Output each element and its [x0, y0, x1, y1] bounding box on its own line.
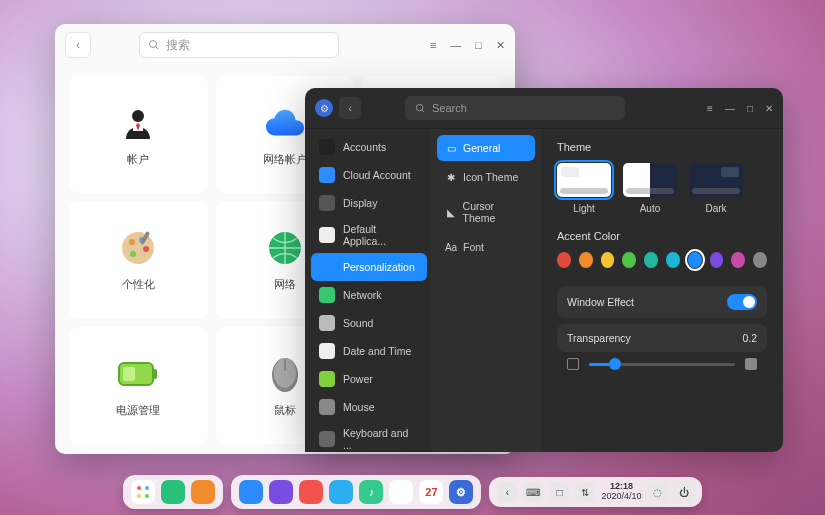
accent-swatch[interactable]: [688, 252, 702, 268]
svg-point-3: [122, 232, 154, 264]
multitask-icon[interactable]: [161, 480, 185, 504]
screenshot-tray-icon[interactable]: □: [549, 482, 569, 502]
transparent-icon: [567, 358, 579, 370]
notifications-icon[interactable]: ◌: [648, 482, 668, 502]
power-tray-icon[interactable]: ⏻: [674, 482, 694, 502]
sidebar-item-icon: [319, 287, 335, 303]
tile-label: 网络帐户: [263, 152, 307, 167]
accent-swatch[interactable]: [710, 252, 724, 268]
search-icon: [415, 103, 426, 114]
theme-options: LightAutoDark: [557, 163, 767, 214]
maximize-button[interactable]: □: [747, 103, 753, 114]
svg-point-20: [137, 494, 141, 498]
sidebar-item-label: Power: [343, 373, 373, 385]
sidebar-item-label: Accounts: [343, 141, 386, 153]
window-effect-row: Window Effect: [557, 286, 767, 318]
sidebar-item-icon: [319, 399, 335, 415]
svg-line-17: [422, 109, 424, 111]
sidebar-item-network[interactable]: Network: [311, 281, 427, 309]
music-icon[interactable]: ♪: [359, 480, 383, 504]
back-button[interactable]: ‹: [339, 97, 361, 119]
search-input[interactable]: Search: [405, 96, 625, 120]
sidebar-item-cloud-account[interactable]: Cloud Account: [311, 161, 427, 189]
clock[interactable]: 12:182020/4/10: [601, 482, 641, 502]
back-button[interactable]: ‹: [65, 32, 91, 58]
store-icon[interactable]: [299, 480, 323, 504]
theme-option-light[interactable]: Light: [557, 163, 611, 214]
sidebar-item-accounts[interactable]: Accounts: [311, 133, 427, 161]
tile-accounts[interactable]: 帐户: [69, 76, 208, 193]
sidebar-item-icon: [319, 259, 335, 275]
network-icon: [264, 227, 306, 269]
power-icon: [117, 353, 159, 395]
close-button[interactable]: ✕: [765, 103, 773, 114]
accent-swatch[interactable]: [644, 252, 658, 268]
settings-sidebar[interactable]: AccountsCloud AccountDisplayDefault Appl…: [305, 129, 431, 452]
accent-swatch[interactable]: [753, 252, 767, 268]
accent-swatch[interactable]: [601, 252, 615, 268]
subnav-item-cursor-theme[interactable]: ◣Cursor Theme: [437, 193, 535, 231]
files-icon[interactable]: [239, 480, 263, 504]
launcher-icon[interactable]: [131, 480, 155, 504]
svg-line-1: [156, 47, 159, 50]
accent-section-title: Accent Color: [557, 230, 767, 242]
tile-personalization[interactable]: 个性化: [69, 201, 208, 318]
browser-icon[interactable]: [269, 480, 293, 504]
mail-icon[interactable]: [329, 480, 353, 504]
sidebar-item-label: Personalization: [343, 261, 415, 273]
sidebar-item-display[interactable]: Display: [311, 189, 427, 217]
accent-swatch[interactable]: [731, 252, 745, 268]
search-input[interactable]: 搜索: [139, 32, 339, 58]
settings-icon[interactable]: ⚙: [449, 480, 473, 504]
sidebar-item-date-and-time[interactable]: Date and Time: [311, 337, 427, 365]
calendar-icon[interactable]: 27: [419, 480, 443, 504]
subnav-icon: ▭: [445, 142, 457, 154]
sidebar-item-keyboard-and-[interactable]: Keyboard and ...: [311, 421, 427, 452]
window-effect-toggle[interactable]: [727, 294, 757, 310]
sidebar-item-label: Display: [343, 197, 377, 209]
minimize-button[interactable]: —: [450, 39, 461, 52]
svg-point-4: [129, 239, 135, 245]
subnav-item-general[interactable]: ▭General: [437, 135, 535, 161]
album-icon[interactable]: [389, 480, 413, 504]
app-logo-icon: ⚙: [315, 99, 333, 117]
close-button[interactable]: ✕: [496, 39, 505, 52]
theme-option-auto[interactable]: Auto: [623, 163, 677, 214]
sidebar-item-mouse[interactable]: Mouse: [311, 393, 427, 421]
sidebar-item-power[interactable]: Power: [311, 365, 427, 393]
menu-button[interactable]: ≡: [430, 39, 436, 52]
minimize-button[interactable]: —: [725, 103, 735, 114]
theme-label: Auto: [640, 203, 661, 214]
svg-point-7: [130, 251, 136, 257]
theme-thumbnail: [689, 163, 743, 197]
network-tray-icon[interactable]: ⇅: [575, 482, 595, 502]
accent-swatch[interactable]: [557, 252, 571, 268]
accent-swatch[interactable]: [622, 252, 636, 268]
sidebar-item-default-applica-[interactable]: Default Applica...: [311, 217, 427, 253]
tile-label: 帐户: [127, 152, 149, 167]
accent-swatch[interactable]: [666, 252, 680, 268]
transparency-slider[interactable]: [589, 363, 735, 366]
theme-section-title: Theme: [557, 141, 767, 153]
personalization-subnav[interactable]: ▭General✱Icon Theme◣Cursor ThemeAaFont: [431, 129, 541, 452]
settings-window-dark: ⚙ ‹ Search ≡ — □ ✕ AccountsCloud Account…: [305, 88, 783, 452]
theme-thumbnail: [623, 163, 677, 197]
svg-point-6: [143, 246, 149, 252]
search-icon: [148, 39, 160, 51]
sidebar-item-sound[interactable]: Sound: [311, 309, 427, 337]
tray-collapse-icon[interactable]: ‹: [497, 482, 517, 502]
theme-option-dark[interactable]: Dark: [689, 163, 743, 214]
dock: ♪27⚙ ‹⌨□⇅12:182020/4/10◌⏻: [123, 475, 701, 509]
sidebar-item-personalization[interactable]: Personalization: [311, 253, 427, 281]
subnav-item-icon-theme[interactable]: ✱Icon Theme: [437, 164, 535, 190]
sidebar-item-icon: [319, 139, 335, 155]
tile-power[interactable]: 电源管理: [69, 327, 208, 444]
sidebar-item-label: Cloud Account: [343, 169, 411, 181]
subnav-item-font[interactable]: AaFont: [437, 234, 535, 260]
workspace-icon[interactable]: [191, 480, 215, 504]
accent-swatch[interactable]: [579, 252, 593, 268]
menu-button[interactable]: ≡: [707, 103, 713, 114]
accent-swatches: [557, 252, 767, 268]
keyboard-tray-icon[interactable]: ⌨: [523, 482, 543, 502]
maximize-button[interactable]: □: [475, 39, 482, 52]
